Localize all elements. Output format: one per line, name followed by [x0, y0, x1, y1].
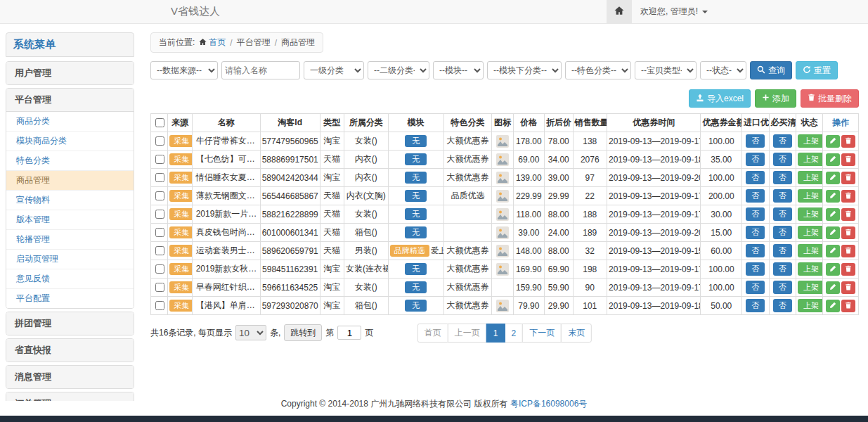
- sidebar-item[interactable]: 商品分类: [6, 112, 134, 132]
- edit-button[interactable]: [826, 135, 840, 148]
- mustbuy-toggle[interactable]: 否: [773, 299, 792, 312]
- import-select-toggle[interactable]: 否: [746, 299, 765, 312]
- mustbuy-toggle[interactable]: 否: [773, 171, 792, 184]
- status-button[interactable]: 上架: [798, 171, 823, 184]
- page-button[interactable]: 2: [505, 324, 524, 343]
- page-button[interactable]: 末页: [561, 324, 592, 343]
- sidebar-item[interactable]: 商品管理: [6, 171, 134, 191]
- import-select-toggle[interactable]: 否: [746, 281, 765, 293]
- import-excel-button[interactable]: 导入excel: [689, 89, 751, 108]
- import-select-toggle[interactable]: 否: [746, 262, 765, 275]
- edit-button[interactable]: [826, 153, 840, 166]
- status-button[interactable]: 上架: [798, 281, 823, 293]
- sidebar-item[interactable]: 启动页管理: [6, 250, 134, 269]
- select-all-checkbox[interactable]: [155, 118, 164, 127]
- status-button[interactable]: 上架: [798, 262, 823, 275]
- status-button[interactable]: 上架: [798, 226, 823, 238]
- reset-button[interactable]: 重置: [796, 61, 838, 79]
- mustbuy-toggle[interactable]: 否: [773, 134, 792, 147]
- mustbuy-toggle[interactable]: 否: [773, 262, 792, 275]
- sidebar-item[interactable]: 宣传物料: [6, 191, 134, 210]
- sidebar-item[interactable]: 特色分类: [6, 151, 134, 171]
- page-button[interactable]: 下一页: [522, 324, 562, 343]
- row-checkbox[interactable]: [155, 136, 164, 146]
- mustbuy-toggle[interactable]: 否: [773, 226, 792, 238]
- filter-select[interactable]: --模块--: [433, 61, 484, 79]
- sidebar-section-header[interactable]: 拼团管理: [6, 312, 134, 335]
- edit-button[interactable]: [826, 300, 840, 312]
- delete-button[interactable]: [841, 245, 855, 257]
- mustbuy-toggle[interactable]: 否: [773, 153, 792, 165]
- sidebar-section-header[interactable]: 平台管理: [6, 89, 134, 111]
- sidebar-item[interactable]: 意见反馈: [6, 269, 134, 289]
- user-menu[interactable]: 欢迎您, 管理员!: [632, 0, 716, 23]
- delete-button[interactable]: [841, 153, 855, 166]
- import-select-toggle[interactable]: 否: [746, 226, 765, 238]
- filter-select[interactable]: --宝贝类型--: [635, 61, 697, 79]
- status-button[interactable]: 上架: [798, 189, 823, 202]
- mustbuy-toggle[interactable]: 否: [773, 281, 792, 293]
- page-size-select[interactable]: 10: [235, 325, 266, 340]
- breadcrumb-home-link[interactable]: 首页: [199, 37, 226, 49]
- filter-select[interactable]: --模块下分类--: [487, 61, 562, 79]
- mustbuy-toggle[interactable]: 否: [773, 189, 792, 202]
- edit-button[interactable]: [826, 245, 840, 257]
- filter-select[interactable]: --状态--: [700, 61, 746, 79]
- import-select-toggle[interactable]: 否: [746, 244, 765, 257]
- row-checkbox[interactable]: [155, 191, 164, 200]
- filter-name-input[interactable]: [221, 61, 300, 79]
- filter-select[interactable]: --二级分类--: [368, 61, 429, 79]
- jump-button[interactable]: 跳转到: [284, 324, 322, 341]
- row-checkbox[interactable]: [155, 301, 164, 310]
- sidebar-section-header[interactable]: 省直快报: [6, 339, 134, 362]
- sidebar-item[interactable]: 版本管理: [6, 210, 134, 230]
- status-button[interactable]: 上架: [798, 207, 823, 220]
- row-checkbox[interactable]: [155, 155, 164, 164]
- edit-button[interactable]: [826, 208, 840, 221]
- status-button[interactable]: 上架: [798, 153, 823, 165]
- batch-delete-button[interactable]: 批量删除: [801, 89, 859, 108]
- edit-button[interactable]: [826, 226, 840, 239]
- icp-link[interactable]: 粤ICP备16098006号: [510, 399, 587, 409]
- page-number-input[interactable]: [337, 326, 361, 340]
- page-button[interactable]: 上一页: [448, 324, 487, 343]
- status-button[interactable]: 上架: [798, 299, 823, 312]
- sidebar-section-header[interactable]: 消息管理: [6, 366, 134, 388]
- status-button[interactable]: 上架: [798, 244, 823, 257]
- delete-button[interactable]: [841, 281, 855, 294]
- row-checkbox[interactable]: [155, 228, 164, 237]
- delete-button[interactable]: [841, 190, 855, 203]
- status-button[interactable]: 上架: [798, 134, 823, 147]
- delete-button[interactable]: [841, 263, 855, 276]
- edit-button[interactable]: [826, 281, 840, 294]
- mustbuy-toggle[interactable]: 否: [773, 207, 792, 220]
- import-select-toggle[interactable]: 否: [746, 171, 765, 184]
- import-select-toggle[interactable]: 否: [746, 189, 765, 202]
- mustbuy-toggle[interactable]: 否: [773, 244, 792, 257]
- delete-button[interactable]: [841, 135, 855, 148]
- filter-select[interactable]: --特色分类--: [565, 61, 631, 79]
- add-button[interactable]: 添加: [755, 89, 796, 108]
- sidebar-item[interactable]: 平台配置: [6, 289, 134, 308]
- row-checkbox[interactable]: [155, 283, 164, 292]
- filter-source-select[interactable]: --数据来源--: [150, 61, 218, 79]
- page-button[interactable]: 首页: [417, 324, 448, 343]
- sidebar-section-header[interactable]: 用户管理: [6, 62, 134, 84]
- import-select-toggle[interactable]: 否: [746, 134, 765, 147]
- import-select-toggle[interactable]: 否: [746, 153, 765, 165]
- delete-button[interactable]: [841, 172, 855, 184]
- search-button[interactable]: 查询: [750, 61, 792, 79]
- filter-select[interactable]: 一级分类: [304, 61, 364, 79]
- row-checkbox[interactable]: [155, 264, 164, 274]
- delete-button[interactable]: [841, 208, 855, 221]
- edit-button[interactable]: [826, 172, 840, 184]
- page-button[interactable]: 1: [486, 324, 505, 343]
- row-checkbox[interactable]: [155, 173, 164, 182]
- edit-button[interactable]: [826, 190, 840, 203]
- delete-button[interactable]: [841, 300, 855, 312]
- delete-button[interactable]: [841, 226, 855, 239]
- row-checkbox[interactable]: [155, 210, 164, 219]
- row-checkbox[interactable]: [155, 246, 164, 255]
- home-button[interactable]: [607, 0, 632, 23]
- sidebar-item[interactable]: 轮播管理: [6, 230, 134, 250]
